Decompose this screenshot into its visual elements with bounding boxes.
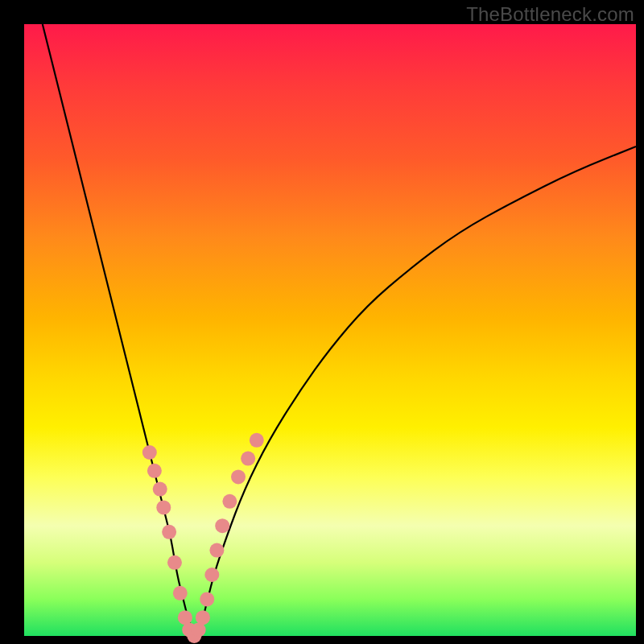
highlight-marker xyxy=(209,543,224,558)
highlight-marker xyxy=(147,464,162,478)
plot-area xyxy=(24,24,636,636)
bottleneck-curve xyxy=(43,24,636,633)
highlight-marker xyxy=(167,555,182,570)
highlight-marker xyxy=(204,568,219,582)
highlight-marker xyxy=(200,592,214,606)
highlight-marker xyxy=(222,494,237,509)
marker-group xyxy=(142,433,264,643)
highlight-marker xyxy=(142,445,157,460)
highlight-marker xyxy=(196,610,210,625)
highlight-marker xyxy=(153,482,167,497)
curve-svg xyxy=(24,24,636,636)
watermark-text: TheBottleneck.com xyxy=(466,3,634,26)
highlight-marker xyxy=(162,525,176,539)
highlight-marker xyxy=(156,500,171,514)
highlight-marker xyxy=(241,452,255,466)
highlight-marker xyxy=(231,469,246,484)
chart-frame: TheBottleneck.com xyxy=(0,0,644,644)
highlight-marker xyxy=(215,518,229,533)
highlight-marker xyxy=(250,433,264,448)
highlight-marker xyxy=(173,586,188,601)
